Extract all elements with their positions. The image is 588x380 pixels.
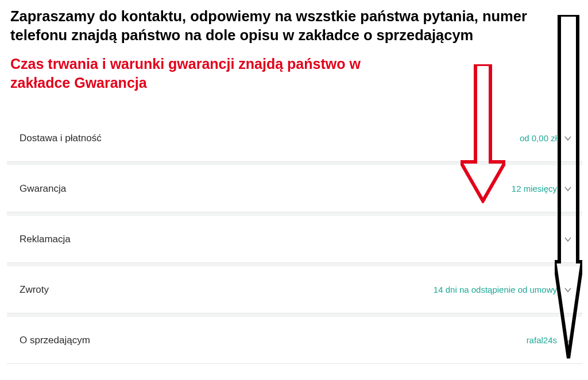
chevron-down-icon (564, 185, 572, 193)
accordion-returns[interactable]: Zwroty 14 dni na odstąpienie od umowy (7, 266, 582, 313)
chevron-down-icon (564, 134, 572, 142)
accordion-value: od 0,00 zł (520, 133, 557, 143)
chevron-down-icon (564, 286, 572, 294)
accordion-label: Gwarancja (20, 183, 66, 195)
accordion-value: 14 dni na odstąpienie od umowy (434, 285, 557, 294)
accordion-value: rafal24s (527, 335, 557, 345)
accordion-delivery[interactable]: Dostawa i płatność od 0,00 zł (7, 115, 582, 162)
accordion-list: Dostawa i płatność od 0,00 zł Gwarancja … (0, 115, 588, 364)
accordion-value: 12 miesięcy (512, 184, 557, 193)
contact-info-heading: Zapraszamy do kontaktu, odpowiemy na wsz… (0, 0, 588, 44)
accordion-label: Zwroty (20, 284, 49, 296)
chevron-down-icon (564, 235, 572, 243)
accordion-label: Reklamacja (20, 234, 71, 245)
accordion-label: O sprzedającym (20, 335, 90, 346)
accordion-seller[interactable]: O sprzedającym rafal24s (7, 317, 582, 364)
accordion-label: Dostawa i płatność (20, 133, 102, 144)
chevron-down-icon (564, 336, 572, 344)
accordion-complaint[interactable]: Reklamacja (7, 216, 582, 263)
warranty-info-heading: Czas trwania i warunki gwarancji znajdą … (0, 44, 588, 92)
accordion-warranty[interactable]: Gwarancja 12 miesięcy (7, 165, 582, 212)
